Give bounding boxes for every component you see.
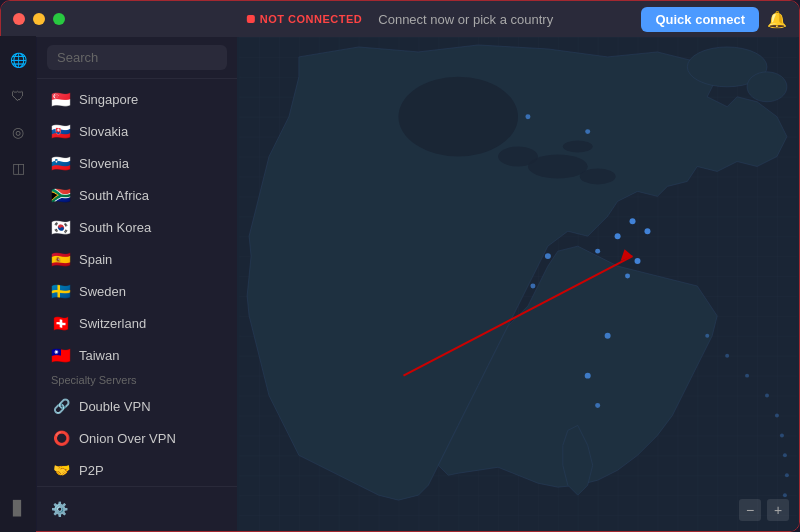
country-item[interactable]: 🇸🇪 Sweden bbox=[41, 275, 233, 307]
zoom-out-button[interactable]: − bbox=[739, 499, 761, 521]
nav-globe-icon[interactable]: 🌐 bbox=[2, 44, 34, 76]
minimize-button[interactable] bbox=[33, 13, 45, 25]
svg-point-31 bbox=[785, 473, 789, 477]
titlebar-center: NOT CONNECTED Connect now or pick a coun… bbox=[247, 12, 553, 27]
close-button[interactable] bbox=[13, 13, 25, 25]
svg-point-21 bbox=[585, 129, 590, 134]
svg-point-19 bbox=[530, 284, 535, 289]
svg-point-15 bbox=[605, 333, 611, 339]
specialty-item[interactable]: 🤝 P2P bbox=[41, 454, 233, 486]
connection-status: NOT CONNECTED bbox=[247, 13, 362, 25]
svg-point-25 bbox=[725, 354, 729, 358]
svg-point-24 bbox=[705, 334, 709, 338]
zoom-in-button[interactable]: + bbox=[767, 499, 789, 521]
specialty-items: 🔗 Double VPN ⭕ Onion Over VPN 🤝 P2P bbox=[37, 390, 237, 486]
svg-point-27 bbox=[765, 394, 769, 398]
app-window: NOT CONNECTED Connect now or pick a coun… bbox=[0, 0, 800, 532]
country-item[interactable]: 🇿🇦 South Africa bbox=[41, 179, 233, 211]
country-flag: 🇿🇦 bbox=[51, 185, 71, 205]
svg-point-20 bbox=[525, 114, 530, 119]
country-item[interactable]: 🇸🇰 Slovakia bbox=[41, 115, 233, 147]
specialty-item[interactable]: ⭕ Onion Over VPN bbox=[41, 422, 233, 454]
country-name: Spain bbox=[79, 252, 112, 267]
main-content: 🌐 🛡 ◎ ◫ ▊ 🇸🇬 Singapore 🇸🇰 Slovakia 🇸🇮 Sl… bbox=[1, 37, 799, 531]
svg-point-12 bbox=[595, 249, 600, 254]
country-name: Slovakia bbox=[79, 124, 128, 139]
svg-point-32 bbox=[783, 493, 787, 497]
svg-point-10 bbox=[644, 228, 650, 234]
country-name: Switzerland bbox=[79, 316, 146, 331]
status-dot-icon bbox=[247, 15, 255, 23]
country-item[interactable]: 🇨🇭 Switzerland bbox=[41, 307, 233, 339]
map-zoom-controls: − + bbox=[739, 499, 789, 521]
map-svg bbox=[237, 37, 799, 531]
country-list: 🇸🇬 Singapore 🇸🇰 Slovakia 🇸🇮 Slovenia 🇿🇦 … bbox=[37, 79, 237, 366]
svg-point-28 bbox=[775, 413, 779, 417]
search-box bbox=[37, 37, 237, 79]
sidebar-panel: 🇸🇬 Singapore 🇸🇰 Slovakia 🇸🇮 Slovenia 🇿🇦 … bbox=[37, 37, 237, 531]
specialty-item[interactable]: 🔗 Double VPN bbox=[41, 390, 233, 422]
sidebar-bottom: ⚙️ bbox=[37, 486, 237, 531]
country-name: South Africa bbox=[79, 188, 149, 203]
country-flag: 🇪🇸 bbox=[51, 249, 71, 269]
specialty-name: Onion Over VPN bbox=[79, 431, 176, 446]
svg-point-14 bbox=[625, 274, 630, 279]
country-name: Taiwan bbox=[79, 348, 119, 363]
nav-chart-icon[interactable]: ▊ bbox=[2, 492, 34, 524]
country-flag: 🇸🇪 bbox=[51, 281, 71, 301]
maximize-button[interactable] bbox=[53, 13, 65, 25]
svg-point-30 bbox=[783, 453, 787, 457]
specialty-icon: 🤝 bbox=[51, 460, 71, 480]
svg-point-16 bbox=[585, 373, 591, 379]
svg-point-29 bbox=[780, 433, 784, 437]
country-name: South Korea bbox=[79, 220, 151, 235]
notification-bell-icon[interactable]: 🔔 bbox=[767, 10, 787, 29]
specialty-name: Double VPN bbox=[79, 399, 151, 414]
country-flag: 🇹🇼 bbox=[51, 345, 71, 365]
country-flag: 🇸🇰 bbox=[51, 121, 71, 141]
country-flag: 🇰🇷 bbox=[51, 217, 71, 237]
country-name: Slovenia bbox=[79, 156, 129, 171]
svg-point-3 bbox=[498, 147, 538, 167]
svg-point-5 bbox=[563, 141, 593, 153]
svg-point-4 bbox=[580, 168, 616, 184]
svg-point-11 bbox=[615, 233, 621, 239]
status-badge-text: NOT CONNECTED bbox=[260, 13, 362, 25]
country-flag: 🇸🇬 bbox=[51, 89, 71, 109]
settings-icon[interactable]: ⚙️ bbox=[45, 495, 73, 523]
country-item[interactable]: 🇰🇷 South Korea bbox=[41, 211, 233, 243]
specialty-section-label: Specialty Servers bbox=[37, 366, 237, 390]
country-item[interactable]: 🇸🇮 Slovenia bbox=[41, 147, 233, 179]
country-flag: 🇸🇮 bbox=[51, 153, 71, 173]
nav-target-icon[interactable]: ◎ bbox=[2, 116, 34, 148]
nav-layers-icon[interactable]: ◫ bbox=[2, 152, 34, 184]
svg-point-17 bbox=[595, 403, 600, 408]
svg-point-6 bbox=[398, 77, 518, 157]
quick-connect-button[interactable]: Quick connect bbox=[641, 7, 759, 32]
titlebar-right: Quick connect 🔔 bbox=[641, 7, 787, 32]
map-area: − + bbox=[237, 37, 799, 531]
status-message: Connect now or pick a country bbox=[378, 12, 553, 27]
traffic-lights bbox=[13, 13, 65, 25]
search-input[interactable] bbox=[47, 45, 227, 70]
country-flag: 🇨🇭 bbox=[51, 313, 71, 333]
country-item[interactable]: 🇸🇬 Singapore bbox=[41, 83, 233, 115]
nav-shield-icon[interactable]: 🛡 bbox=[2, 80, 34, 112]
specialty-icon: ⭕ bbox=[51, 428, 71, 448]
specialty-icon: 🔗 bbox=[51, 396, 71, 416]
svg-point-26 bbox=[745, 374, 749, 378]
svg-point-18 bbox=[545, 253, 551, 259]
sidebar-nav: 🌐 🛡 ◎ ◫ ▊ bbox=[1, 37, 36, 531]
svg-point-8 bbox=[747, 72, 787, 102]
country-item[interactable]: 🇹🇼 Taiwan bbox=[41, 339, 233, 366]
svg-point-13 bbox=[635, 258, 641, 264]
country-name: Sweden bbox=[79, 284, 126, 299]
country-item[interactable]: 🇪🇸 Spain bbox=[41, 243, 233, 275]
specialty-name: P2P bbox=[79, 463, 104, 478]
country-name: Singapore bbox=[79, 92, 138, 107]
svg-point-9 bbox=[630, 218, 636, 224]
titlebar: NOT CONNECTED Connect now or pick a coun… bbox=[1, 1, 799, 37]
